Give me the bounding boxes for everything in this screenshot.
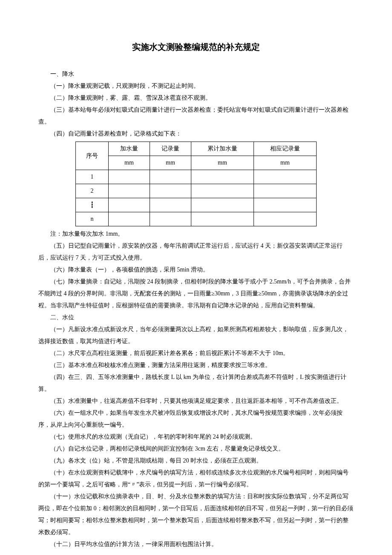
s2-p6: （六）在一组水尺中，如果当年发生水尺被冲毁后恢复或增设水尺时，其水尺编号按规范要… bbox=[38, 407, 354, 431]
seq-cell: 2 bbox=[76, 184, 109, 198]
s2-p7: （七）使用水尺的水位观测（无自记），年初的零时和年尾的 24 时必须观测。 bbox=[38, 431, 354, 443]
s1-p4: （四）自记雨量计器差检查时，记录格式如下表： bbox=[38, 128, 354, 140]
empty-cell bbox=[150, 198, 191, 212]
empty-cell bbox=[150, 170, 191, 184]
empty-cell bbox=[191, 212, 254, 226]
empty-cell bbox=[109, 212, 150, 226]
empty-cell bbox=[191, 170, 254, 184]
table-row: 1 bbox=[76, 170, 317, 184]
unit-cell: mm bbox=[109, 156, 150, 170]
seq-cell: ┇ bbox=[76, 198, 109, 212]
table-row: ┇ bbox=[76, 198, 317, 212]
th-cum-record: 相应记录量 bbox=[254, 142, 317, 156]
s1-p1: （一）降水量观测记载，只观测时段，不测记起止时间。 bbox=[38, 80, 354, 92]
empty-cell bbox=[109, 170, 150, 184]
th-add-water: 加水量 bbox=[109, 142, 150, 156]
s2-p10: （十）在水位观测资料记载簿中，水尺编号的填写方法，相邻或连续多次水位观测的水尺编… bbox=[38, 467, 354, 491]
unit-cell: mm bbox=[254, 156, 317, 170]
section-2-heading: 二、水位 bbox=[38, 312, 354, 324]
th-seq: 序号 bbox=[76, 142, 109, 170]
empty-cell bbox=[150, 212, 191, 226]
s1-p6: （六）降水量表（一），各项极值的挑选，采用 5min 滑动。 bbox=[38, 264, 354, 276]
s2-p11: （十一）水位记载和水位摘录表中，日、时、分及水位整米数的填写方法：日和时按实际位… bbox=[38, 491, 354, 538]
empty-cell bbox=[109, 184, 150, 198]
empty-cell bbox=[109, 198, 150, 212]
instrument-error-table: 序号 加水量 记录量 累计加水量 相应记录量 mm mm mm mm 1 2 ┇… bbox=[75, 142, 317, 226]
empty-cell bbox=[150, 184, 191, 198]
empty-cell bbox=[254, 170, 317, 184]
s2-p12: （十二）日平均水位值的计算方法，一律采用面积包围法计算。 bbox=[38, 538, 354, 550]
s1-p3: （三）基本站每年必须对虹吸式自记雨量计进行一次器差检查；委托站宜每年对虹吸式自记… bbox=[38, 104, 354, 128]
page-title: 实施水文测验整编规范的补充规定 bbox=[38, 38, 354, 55]
th-cum-add: 累计加水量 bbox=[191, 142, 254, 156]
empty-cell bbox=[191, 198, 254, 212]
empty-cell bbox=[254, 198, 317, 212]
s2-p8: （八）自记水位记录，两相邻记录线间的间距宜控制在 3cm 左右，尽量避免记录线交… bbox=[38, 443, 354, 455]
s2-p5: （五）水准测量中，往返高差值不归零时，只要其他项满足规定要求，且往返距基本相等，… bbox=[38, 395, 354, 407]
empty-cell bbox=[191, 184, 254, 198]
s2-p4: （四）在三、四、五等水准测量中，路线长度 L 以 km 为单位，在计算闭合差或高… bbox=[38, 371, 354, 395]
table-row: n bbox=[76, 212, 317, 226]
table-row: 2 bbox=[76, 184, 317, 198]
seq-cell: n bbox=[76, 212, 109, 226]
s2-p1: （一）凡新设水准点或新设水尺，当年必须测量两次以上高程，如果所测高程相差较大，影… bbox=[38, 324, 354, 347]
unit-cell: mm bbox=[150, 156, 191, 170]
empty-cell bbox=[254, 184, 317, 198]
s1-p5: （五）日记型自记雨量计，原安装的仪器，每年汛前调试正常运行后，应试运行 4 天；… bbox=[38, 240, 354, 264]
th-record: 记录量 bbox=[150, 142, 191, 156]
unit-cell: mm bbox=[191, 156, 254, 170]
section-1-heading: 一、降水 bbox=[38, 68, 354, 80]
s1-p2: （二）降水量观测时，雾、露、霜、雪深及冰雹直径不观测。 bbox=[38, 92, 354, 104]
empty-cell bbox=[254, 212, 317, 226]
s2-p3: （三）基本水准点和校核水准点测量，测量方法采用往返测，精度要求按三等水准。 bbox=[38, 359, 354, 371]
seq-cell: 1 bbox=[76, 170, 109, 184]
s2-p2: （二）水尺零点高程往返测量，前后视距累计差各累各；前后视距累计不等差不大于 10… bbox=[38, 347, 354, 359]
s2-p9: （九）各水文（位）站，不管是汛期或枯期，每日 20 时水位，必须在正点观测。 bbox=[38, 455, 354, 467]
s1-p7: （七）降水量摘录：自记站，汛期按 24 段制摘录，但相邻时段的降水量等于或小于 … bbox=[38, 276, 354, 312]
table-note: 注：加水量每次加水 1mm。 bbox=[38, 228, 354, 240]
